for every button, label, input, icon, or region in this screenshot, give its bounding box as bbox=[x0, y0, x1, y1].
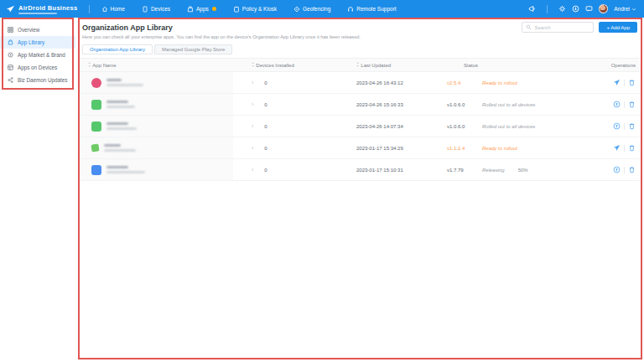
topbar-utilities: Andrei bbox=[528, 4, 644, 13]
release-send-icon[interactable] bbox=[613, 144, 621, 152]
library-tabs: Organization App Library Managed Google … bbox=[82, 44, 644, 54]
row-expander-icon[interactable]: › bbox=[252, 80, 253, 85]
nav-item-policy-kiosk[interactable]: Policy & Kiosk bbox=[233, 6, 277, 13]
app-name-cell bbox=[80, 137, 233, 158]
tablet-icon bbox=[142, 6, 148, 13]
status-cell: v1.7.79 Releasing 50% bbox=[439, 159, 587, 180]
column-label: Status bbox=[464, 63, 478, 68]
divider bbox=[547, 5, 548, 13]
blue-square-app-icon bbox=[91, 165, 101, 175]
chat-icon[interactable] bbox=[585, 5, 593, 13]
download-icon[interactable] bbox=[572, 5, 579, 13]
app-name-redacted bbox=[106, 79, 143, 87]
tab-organization-app-library[interactable]: Organization App Library bbox=[82, 44, 153, 54]
update-rollout-icon[interactable] bbox=[613, 101, 621, 108]
app-name-cell bbox=[80, 94, 233, 115]
sidebar-item-overview[interactable]: Overview bbox=[0, 23, 75, 36]
column-header-app-name[interactable]: ▲▼ App Name bbox=[80, 62, 233, 67]
user-name-label: Andrei bbox=[614, 6, 630, 12]
status-cell: v1.0.6.0 Rolled out to all devices bbox=[439, 94, 587, 115]
table-row[interactable]: › 0 2023-04-26 14:07:34 v1.0.6.0 Rolled … bbox=[80, 116, 641, 137]
add-app-button[interactable]: + Add App bbox=[599, 22, 637, 33]
page-actions: + Add App bbox=[522, 22, 637, 33]
status-label: Rolled out to all devices bbox=[482, 102, 535, 107]
status-cell: v1.0.6.0 Rolled out to all devices bbox=[439, 116, 587, 137]
table-row[interactable]: › 0 2023-01-17 15:34:29 v1.1.2.4 Ready t… bbox=[80, 137, 641, 159]
version-label: v1.7.79 bbox=[447, 168, 482, 173]
devices-cell: › 0 bbox=[233, 72, 345, 93]
column-header-last-updated[interactable]: ▲▼ Last Updated bbox=[345, 62, 439, 67]
nav-item-geofencing[interactable]: Geofencing bbox=[293, 6, 330, 13]
row-expander-icon[interactable]: › bbox=[252, 145, 253, 151]
nav-item-remote-support[interactable]: Remote Support bbox=[347, 6, 396, 13]
table-row[interactable]: › 0 2023-04-26 16:43:12 v2.5.4 Ready to … bbox=[80, 72, 641, 94]
sidebar-item-app-market-brand[interactable]: App Market & Brand bbox=[0, 49, 75, 61]
operations-cell bbox=[587, 137, 641, 158]
sidebar-item-biz-daemon-updates[interactable]: Biz Daemon Updates bbox=[0, 74, 75, 86]
table-row[interactable]: › 0 2023-04-26 15:16:33 v1.0.6.0 Rolled … bbox=[80, 94, 641, 116]
delete-trash-icon[interactable] bbox=[628, 79, 636, 86]
update-rollout-icon[interactable] bbox=[613, 122, 621, 130]
row-expander-icon[interactable]: › bbox=[252, 167, 253, 173]
version-label: v1.0.6.0 bbox=[447, 102, 482, 107]
nav-item-apps[interactable]: Apps bbox=[187, 6, 216, 13]
brand-logo[interactable]: AirDroid Business bbox=[0, 4, 84, 14]
status-label: Ready to rollout bbox=[482, 80, 517, 85]
apps-on-devices-icon bbox=[8, 65, 13, 70]
search-box[interactable] bbox=[522, 22, 594, 33]
delete-trash-icon[interactable] bbox=[628, 166, 636, 173]
headset-icon bbox=[347, 6, 354, 13]
sidebar-item-label: Biz Daemon Updates bbox=[18, 77, 68, 83]
main-content: Organization App Library Here you can ch… bbox=[75, 18, 644, 362]
delete-trash-icon[interactable] bbox=[628, 122, 636, 130]
announcement-icon[interactable] bbox=[528, 5, 536, 13]
sort-icon[interactable]: ▲▼ bbox=[356, 62, 359, 67]
nav-item-devices[interactable]: Devices bbox=[142, 6, 170, 13]
devices-count: 0 bbox=[264, 168, 267, 173]
chevron-down-icon bbox=[631, 7, 636, 12]
overview-grid-icon bbox=[8, 27, 13, 33]
operations-cell bbox=[587, 72, 641, 93]
release-progress: 50% bbox=[518, 168, 528, 173]
app-name-redacted bbox=[106, 122, 137, 131]
devices-cell: › 0 bbox=[233, 94, 345, 115]
table-row[interactable]: › 0 2023-01-17 15:10:31 v1.7.79 Releasin… bbox=[80, 159, 641, 181]
home-icon bbox=[101, 6, 108, 13]
sidebar-item-app-library[interactable]: App Library bbox=[0, 36, 75, 49]
user-menu[interactable]: Andrei bbox=[614, 6, 636, 12]
nav-item-home[interactable]: Home bbox=[101, 6, 125, 13]
divider bbox=[624, 80, 625, 86]
column-header-devices-installed[interactable]: ▲▼ Devices Installed bbox=[233, 62, 345, 67]
delete-trash-icon[interactable] bbox=[628, 101, 636, 108]
last-updated-cell: 2023-04-26 14:07:34 bbox=[345, 116, 439, 137]
user-avatar[interactable] bbox=[599, 4, 608, 13]
sidebar-item-label: App Library bbox=[18, 39, 44, 45]
row-expander-icon[interactable]: › bbox=[252, 101, 253, 107]
divider bbox=[624, 145, 625, 152]
search-input[interactable] bbox=[534, 25, 589, 30]
column-label: Last Updated bbox=[361, 63, 391, 68]
release-send-icon[interactable] bbox=[613, 79, 621, 86]
top-navbar: AirDroid Business Home Devices Apps Poli… bbox=[0, 0, 644, 18]
sort-icon[interactable]: ▲▼ bbox=[252, 62, 254, 67]
nav-label: Remote Support bbox=[356, 6, 396, 12]
devices-count: 0 bbox=[264, 124, 267, 129]
tab-managed-google-play-store[interactable]: Managed Google Play Store bbox=[154, 44, 232, 54]
app-bag-icon bbox=[187, 6, 194, 13]
divider bbox=[624, 101, 625, 108]
app-name-cell bbox=[80, 116, 233, 137]
app-name-redacted bbox=[106, 166, 145, 174]
column-header-operations: Operations bbox=[587, 63, 641, 68]
update-rollout-icon[interactable] bbox=[613, 166, 621, 173]
status-label: Releasing bbox=[482, 168, 505, 173]
green-small-app-icon bbox=[91, 143, 99, 152]
row-expander-icon[interactable]: › bbox=[252, 123, 253, 129]
last-updated-cell: 2023-01-17 15:10:31 bbox=[345, 159, 439, 180]
sidebar-item-apps-on-devices[interactable]: Apps on Devices bbox=[0, 61, 75, 74]
last-updated-cell: 2023-01-17 15:34:29 bbox=[345, 137, 439, 158]
delete-trash-icon[interactable] bbox=[628, 144, 636, 152]
divider bbox=[624, 167, 625, 173]
operations-cell bbox=[587, 116, 641, 137]
settings-gear-icon[interactable] bbox=[558, 5, 566, 13]
sort-icon[interactable]: ▲▼ bbox=[88, 62, 91, 67]
